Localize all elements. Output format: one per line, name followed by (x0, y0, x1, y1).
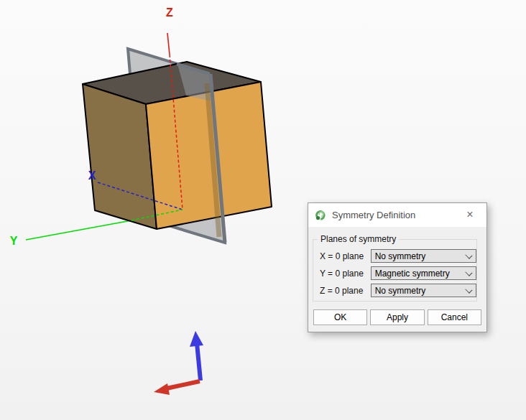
axis-label-y: Y (10, 235, 18, 247)
chevron-down-icon (465, 269, 472, 276)
chevron-down-icon (465, 286, 472, 293)
y-plane-row: Y = 0 plane Magnetic symmetry (320, 266, 476, 280)
dialog-titlebar[interactable]: Symmetry Definition × (308, 203, 486, 228)
z-plane-row: Z = 0 plane No symmetry (320, 284, 476, 297)
z-plane-dropdown[interactable]: No symmetry (371, 284, 476, 297)
orientation-triad (154, 331, 203, 395)
triad-left-arrow-shaft (167, 381, 200, 388)
symmetry-definition-icon (315, 210, 326, 220)
apply-button[interactable]: Apply (370, 309, 424, 325)
close-icon[interactable]: × (458, 203, 482, 226)
z-plane-label: Z = 0 plane (320, 286, 371, 296)
z-axis-line (167, 33, 170, 55)
groupbox-label: Planes of symmetry (318, 234, 399, 244)
dialog-title: Symmetry Definition (332, 210, 415, 220)
planes-of-symmetry-group: Planes of symmetry X = 0 plane No symmet… (313, 239, 477, 302)
ok-button[interactable]: OK (313, 309, 367, 325)
y-plane-label: Y = 0 plane (320, 269, 371, 279)
triad-left-arrow-head (154, 383, 170, 395)
x-plane-value: No symmetry (375, 251, 426, 261)
triad-up-arrow-shaft (197, 343, 200, 381)
axis-label-z: Z (166, 6, 173, 19)
cancel-button[interactable]: Cancel (428, 309, 481, 325)
z-plane-value: No symmetry (375, 286, 426, 296)
x-plane-row: X = 0 plane No symmetry (320, 249, 476, 263)
chevron-down-icon (465, 251, 472, 258)
triad-up-arrow-head (190, 331, 203, 347)
y-axis-line (26, 220, 132, 240)
dialog-button-row: OK Apply Cancel (313, 309, 481, 325)
symmetry-definition-dialog: Symmetry Definition × Planes of symmetry… (308, 202, 487, 332)
y-plane-value: Magnetic symmetry (375, 269, 450, 279)
y-plane-dropdown[interactable]: Magnetic symmetry (371, 266, 476, 280)
x-plane-dropdown[interactable]: No symmetry (371, 249, 476, 263)
x-plane-label: X = 0 plane (320, 251, 371, 261)
axis-label-x: X (88, 169, 96, 182)
